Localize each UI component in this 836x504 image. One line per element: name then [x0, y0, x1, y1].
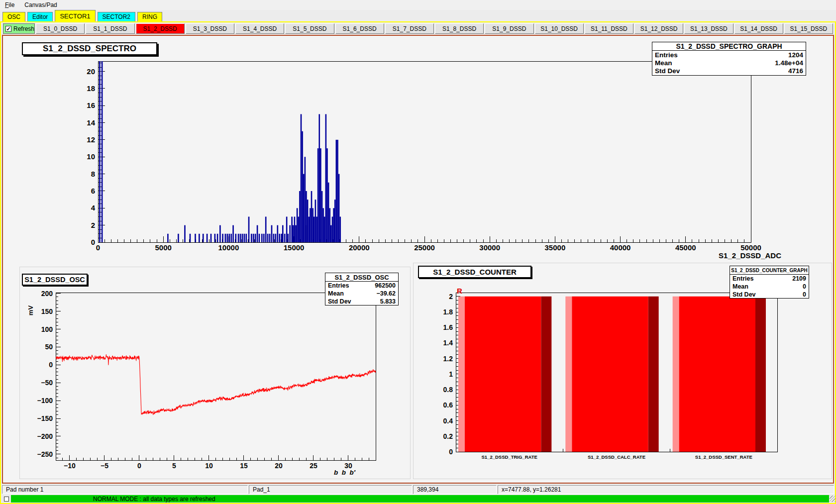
svg-text:30000: 30000: [479, 243, 500, 252]
svg-text:0.2: 0.2: [443, 432, 453, 440]
tab-s1-14-dssd[interactable]: S1_14_DSSD: [734, 23, 783, 34]
osc-stats-mean: Mean−39.62: [325, 290, 398, 298]
tab-sector2[interactable]: SECTOR2: [98, 12, 135, 21]
menu-item-file[interactable]: File: [5, 1, 14, 8]
svg-text:−5: −5: [101, 462, 108, 470]
tab-bar-views: OSCEditorSECTOR1SECTOR2RING: [2, 10, 162, 21]
osc-title: S1_2_DSSD_OSC: [24, 276, 85, 284]
svg-text:−150: −150: [37, 414, 53, 422]
svg-text:150: 150: [41, 307, 53, 315]
svg-text:−100: −100: [37, 397, 53, 404]
spectro-stats-box[interactable]: S1_2_DSSD_SPECTRO_GRAPH Entries1204 Mean…: [652, 42, 806, 76]
spectro-stats-title: S1_2_DSSD_SPECTRO_GRAPH: [652, 42, 806, 51]
svg-text:15: 15: [240, 462, 248, 470]
mode-message-bar: NORMAL MODE : all data types are refresh…: [11, 495, 829, 503]
svg-text:0.8: 0.8: [443, 386, 453, 394]
spectro-plot[interactable]: 0246810121416182005000100001500020000250…: [70, 47, 806, 264]
svg-text:1: 1: [449, 370, 453, 378]
tab-s1-9-dssd[interactable]: S1_9_DSSD: [485, 23, 533, 34]
refresh-checkbox[interactable]: ✓: [5, 26, 11, 32]
tab-s1-4-dssd[interactable]: S1_4_DSSD: [235, 23, 284, 34]
svg-text:25000: 25000: [414, 243, 435, 252]
counter-title-box[interactable]: S1_2_DSSD_COUNTER: [418, 266, 531, 278]
svg-text:15000: 15000: [284, 243, 305, 252]
tab-s1-8-dssd[interactable]: S1_8_DSSD: [435, 23, 484, 34]
bar-s1-2-dssd-sent-rate-light: [673, 297, 679, 452]
svg-text:16: 16: [87, 101, 95, 109]
svg-text:45000: 45000: [675, 243, 696, 252]
tab-s1-7-dssd[interactable]: S1_7_DSSD: [385, 23, 434, 34]
bar-label-s1-2-dssd-calc-rate: S1_2_DSSD_CALC_RATE: [588, 454, 645, 460]
tab-s1-11-dssd[interactable]: S1_11_DSSD: [585, 23, 633, 34]
status-cell-pixel-coords: 389,394: [413, 485, 497, 494]
svg-text:0.4: 0.4: [443, 417, 453, 425]
svg-text:−50: −50: [41, 379, 53, 387]
tab-editor[interactable]: Editor: [27, 12, 53, 21]
svg-text:100: 100: [41, 325, 53, 333]
tab-s1-12-dssd[interactable]: S1_12_DSSD: [634, 23, 683, 34]
tab-s1-6-dssd[interactable]: S1_6_DSSD: [335, 23, 384, 34]
counter-stats-stddev: Std Dev0: [730, 291, 809, 299]
osc-stats-box[interactable]: S1_2_DSSD_OSC Entries962500 Mean−39.62 S…: [325, 273, 399, 305]
osc-stats-title: S1_2_DSSD_OSC: [325, 273, 398, 282]
spectro-stats-stddev: Std Dev4716: [652, 67, 806, 75]
svg-text:4: 4: [91, 203, 96, 212]
counter-stats-title: S1_2_DSSD_COUNTER_GRAPH: [730, 266, 809, 275]
tab-s1-13-dssd[interactable]: S1_13_DSSD: [684, 23, 733, 34]
bottom-checkbox[interactable]: [4, 497, 9, 502]
bar-s1-2-dssd-sent-rate: [679, 297, 755, 452]
tab-ring[interactable]: RING: [137, 12, 162, 21]
spectro-stats-entries: Entries1204: [652, 51, 806, 59]
counter-stats-box[interactable]: S1_2_DSSD_COUNTER_GRAPH Entries2109 Mean…: [730, 266, 809, 299]
spectro-histogram: [99, 61, 341, 242]
svg-text:10000: 10000: [218, 243, 239, 252]
menu-item-canvas-pad[interactable]: Canvas/Pad: [24, 1, 57, 8]
osc-frame: −10−5051015202530−250−200−150−100−500501…: [27, 290, 376, 476]
bar-s1-2-dssd-trig-rate-light: [458, 297, 465, 452]
svg-text:20: 20: [275, 462, 283, 470]
tab-s1-1-dssd[interactable]: S1_1_DSSD: [86, 23, 134, 34]
osc-stats-entries: Entries962500: [325, 282, 398, 290]
svg-text:10: 10: [205, 462, 213, 470]
svg-text:14: 14: [87, 118, 95, 127]
mode-message: NORMAL MODE : all data types are refresh…: [93, 496, 215, 503]
tab-s1-0-dssd[interactable]: S1_0_DSSD: [36, 23, 85, 34]
spectro-xaxis-title: S1_2_DSSD_ADC: [719, 251, 781, 260]
tab-osc[interactable]: OSC: [2, 12, 25, 21]
bar-s1-2-dssd-trig-rate-dark: [541, 297, 551, 452]
tab-sector1[interactable]: SECTOR1: [55, 10, 95, 21]
svg-text:0: 0: [91, 238, 95, 246]
tab-s1-15-dssd[interactable]: S1_15_DSSD: [784, 23, 833, 34]
resize-grip-icon[interactable]: [830, 496, 836, 502]
svg-text:1.2: 1.2: [443, 355, 453, 363]
status-cell-pad-number: Pad number 1: [2, 485, 248, 494]
tab-s1-3-dssd[interactable]: S1_3_DSSD: [186, 23, 234, 34]
svg-text:0: 0: [137, 462, 141, 470]
spectro-stats-mean: Mean1.48e+04: [652, 59, 806, 67]
svg-text:20000: 20000: [349, 243, 370, 252]
svg-text:25: 25: [310, 462, 317, 470]
svg-text:1.8: 1.8: [443, 308, 453, 316]
bottom-checkbox-cell[interactable]: [2, 495, 10, 503]
bar-label-s1-2-dssd-sent-rate: S1_2_DSSD_SENT_RATE: [695, 454, 752, 460]
tab-s1-10-dssd[interactable]: S1_10_DSSD: [535, 23, 584, 34]
svg-text:200: 200: [41, 290, 53, 298]
spectro-title-box[interactable]: S1_2_DSSD_SPECTRO: [22, 42, 157, 55]
bar-s1-2-dssd-calc-rate: [572, 297, 648, 452]
svg-text:1.6: 1.6: [443, 323, 453, 331]
tab-s1-2-dssd[interactable]: S1_2_DSSD: [136, 23, 185, 34]
svg-text:0: 0: [96, 243, 100, 252]
osc-xaxis-title: b b b′: [334, 469, 356, 476]
osc-title-box[interactable]: S1_2_DSSD_OSC: [22, 274, 88, 286]
svg-text:10: 10: [87, 152, 95, 161]
counter-stats-entries: Entries2109: [730, 275, 809, 283]
tab-s1-5-dssd[interactable]: S1_5_DSSD: [285, 23, 334, 34]
refresh-cell[interactable]: ✓ Refresh: [3, 23, 35, 34]
svg-text:1.4: 1.4: [443, 339, 453, 347]
svg-text:12: 12: [87, 135, 95, 144]
svg-text:−250: −250: [37, 450, 53, 458]
svg-text:50000: 50000: [740, 243, 761, 252]
bar-s1-2-dssd-calc-rate-dark: [648, 297, 659, 452]
bar-label-s1-2-dssd-trig-rate: S1_2_DSSD_TRIG_RATE: [482, 454, 537, 460]
svg-text:−200: −200: [37, 432, 53, 440]
